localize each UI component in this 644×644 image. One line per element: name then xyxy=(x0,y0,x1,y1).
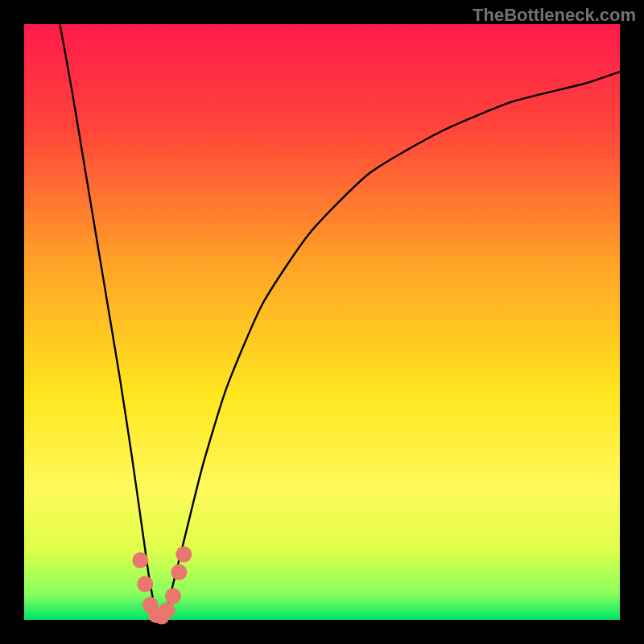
gradient-plot-area xyxy=(24,24,620,620)
chart-stage: { "attribution": "TheBottleneck.com", "c… xyxy=(0,0,644,644)
highlight-stamp xyxy=(165,588,181,604)
highlight-stamp xyxy=(175,547,192,563)
highlight-stamp xyxy=(132,552,148,568)
highlight-stamp xyxy=(137,576,153,592)
highlight-stamp xyxy=(159,602,175,618)
attribution-label: TheBottleneck.com xyxy=(473,5,636,26)
bottleneck-chart xyxy=(0,0,644,644)
highlight-stamp xyxy=(171,564,187,580)
